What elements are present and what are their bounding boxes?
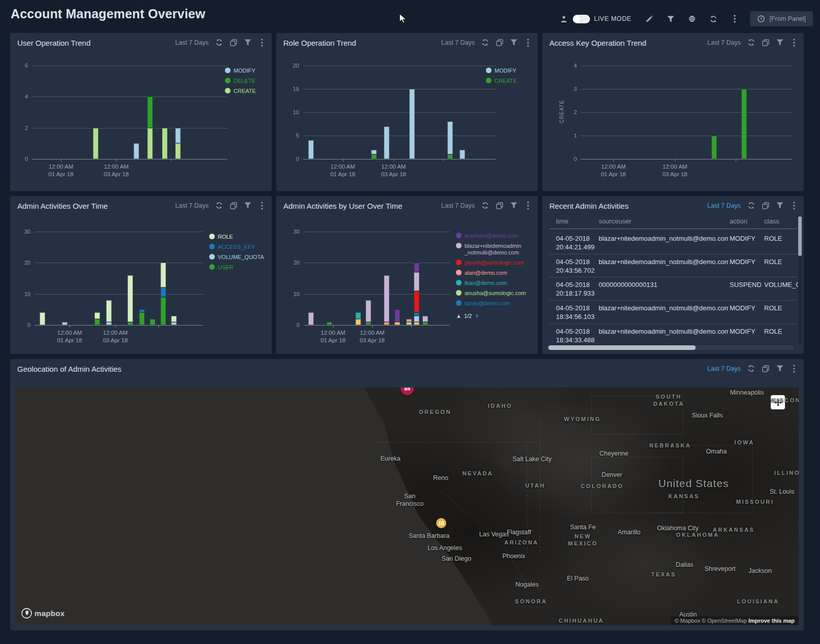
table-row[interactable]: 04-05-201820:18:17.9330000000000000131SU… (549, 277, 797, 301)
panel-time-range[interactable]: Last 7 Days (441, 39, 475, 46)
copy-icon[interactable] (229, 202, 237, 209)
legend-item[interactable]: ACCESS_KEY (209, 244, 264, 250)
bar-segment[interactable] (414, 263, 419, 272)
bar-segment[interactable] (355, 312, 361, 318)
kebab-menu-icon[interactable] (790, 202, 798, 209)
filter-icon[interactable] (776, 39, 783, 46)
edit-icon[interactable] (644, 14, 654, 24)
bar-segment[interactable] (414, 322, 419, 325)
scrollbar-thumb[interactable] (798, 216, 802, 256)
bar-segment[interactable] (160, 297, 166, 325)
legend-item[interactable]: tanay@demo.com (456, 300, 526, 307)
legend-item[interactable]: DELETE (225, 78, 256, 84)
panel-time-range[interactable]: Last 7 Days (707, 202, 741, 209)
bar-segment[interactable] (171, 316, 177, 322)
bar-segment[interactable] (395, 322, 400, 325)
legend-item[interactable]: USER (209, 264, 264, 271)
panel-time-range[interactable]: Last 7 Days (441, 202, 475, 209)
bar-segment[interactable] (741, 89, 747, 159)
bar-segment[interactable] (93, 128, 99, 159)
filter-icon[interactable] (244, 39, 251, 46)
legend-page-up-icon[interactable]: ▲ (456, 313, 462, 319)
map-cluster-marker[interactable]: 10 (436, 518, 446, 528)
bar-segment[interactable] (366, 300, 371, 322)
legend-item[interactable]: blazar+nitedemoadmin_notmulti@demo.com (456, 243, 526, 256)
bar-segment[interactable] (422, 316, 428, 322)
copy-icon[interactable] (762, 39, 769, 46)
filter-icon[interactable] (510, 39, 517, 46)
globe-icon[interactable] (687, 14, 697, 24)
bar-segment[interactable] (460, 150, 465, 159)
column-header[interactable]: action (730, 217, 747, 225)
column-header[interactable]: class (764, 217, 779, 225)
bar-segment[interactable] (414, 272, 419, 291)
panel-time-range[interactable]: Last 7 Days (707, 365, 741, 372)
bar-segment[interactable] (384, 275, 389, 322)
bar-segment[interactable] (406, 322, 412, 325)
legend-item[interactable]: piyush@sumologic.com (456, 260, 526, 266)
copy-icon[interactable] (496, 202, 503, 209)
geolocation-map[interactable]: mapbox © Mapbox © OpenStreetMap Improve … (15, 388, 799, 625)
legend-item[interactable]: ROLE (209, 234, 264, 240)
bar-segment[interactable] (171, 322, 177, 325)
legend-item[interactable]: anusha@sumologic.com (456, 290, 526, 297)
bar-segment[interactable] (62, 322, 68, 325)
filter-icon[interactable] (776, 365, 783, 372)
copy-icon[interactable] (229, 39, 237, 46)
legend-item[interactable]: VOLUME_QUOTA (209, 254, 264, 261)
kebab-menu-icon[interactable] (258, 202, 266, 209)
bar-segment[interactable] (94, 319, 100, 325)
horizontal-scrollbar[interactable] (547, 345, 794, 350)
kebab-menu-icon[interactable] (524, 202, 532, 209)
bar-segment[interactable] (371, 154, 377, 159)
filter-icon[interactable] (244, 202, 251, 209)
improve-map-link[interactable]: Improve this map (748, 618, 795, 624)
panel-time-range[interactable]: Last 7 Days (175, 39, 209, 46)
kebab-menu-icon[interactable] (730, 14, 740, 24)
legend-page-down-icon[interactable]: ▼ (474, 313, 480, 319)
bar-segment[interactable] (134, 143, 139, 159)
bar-segment[interactable] (139, 312, 145, 325)
bar-segment[interactable] (384, 126, 389, 159)
bar-segment[interactable] (447, 121, 453, 154)
copy-icon[interactable] (762, 202, 769, 209)
refresh-icon[interactable] (747, 365, 755, 372)
table-row[interactable]: 04-05-201818:34:33.488blazar+nitedemoadm… (549, 324, 797, 346)
copy-icon[interactable] (496, 39, 503, 46)
legend-item[interactable]: CREATE (225, 88, 256, 94)
refresh-icon[interactable] (481, 39, 489, 46)
bar-segment[interactable] (150, 319, 155, 325)
table-row[interactable]: 04-05-201820:43:56.702blazar+nitedemoadm… (549, 254, 797, 278)
legend-item[interactable]: CREATE (486, 78, 517, 84)
bar-segment[interactable] (447, 154, 453, 159)
bar-segment[interactable] (395, 309, 400, 322)
bar-segment[interactable] (127, 322, 133, 325)
kebab-menu-icon[interactable] (524, 39, 532, 46)
bar-segment[interactable] (366, 322, 371, 325)
bar-segment[interactable] (371, 150, 377, 154)
bar-segment[interactable] (384, 322, 389, 325)
refresh-icon[interactable] (481, 202, 489, 209)
panel-time-range[interactable]: Last 7 Days (707, 39, 741, 46)
bar-segment[interactable] (355, 319, 361, 325)
bar-segment[interactable] (414, 291, 419, 313)
bar-segment[interactable] (106, 322, 112, 325)
scrollbar-thumb[interactable] (548, 345, 696, 350)
filter-icon[interactable] (666, 14, 676, 24)
copy-icon[interactable] (762, 365, 769, 372)
bar-segment[interactable] (422, 322, 428, 325)
bar-segment[interactable] (127, 275, 133, 322)
bar-segment[interactable] (40, 312, 45, 325)
bar-segment[interactable] (147, 96, 153, 127)
legend-item[interactable]: prashant@demo.com (456, 233, 526, 239)
bar-segment[interactable] (94, 312, 100, 318)
bar-segment[interactable] (406, 319, 412, 322)
bar-segment[interactable] (160, 287, 166, 297)
table-row[interactable]: 04-05-201820:44:21.499blazar+nitedemoadm… (549, 231, 797, 254)
bar-segment[interactable] (326, 322, 332, 325)
refresh-icon[interactable] (708, 14, 718, 24)
kebab-menu-icon[interactable] (790, 39, 798, 46)
filter-icon[interactable] (776, 202, 783, 209)
bar-segment[interactable] (147, 128, 153, 159)
bar-segment[interactable] (414, 316, 419, 322)
